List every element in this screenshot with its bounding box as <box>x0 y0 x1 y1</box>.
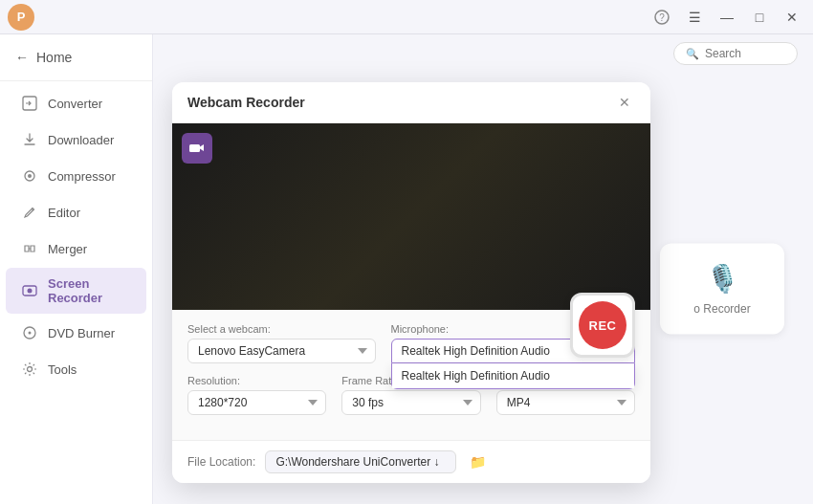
compressor-icon <box>21 167 38 185</box>
editor-icon <box>21 204 38 221</box>
modal-close-button[interactable]: ✕ <box>614 92 635 113</box>
file-location-bar: File Location: G:\Wondershare UniConvert… <box>172 440 650 483</box>
svg-point-9 <box>28 367 33 372</box>
folder-icon[interactable]: 📁 <box>470 454 486 470</box>
maximize-button[interactable]: □ <box>746 4 773 31</box>
sidebar-item-screen-recorder[interactable]: Screen Recorder <box>6 268 146 314</box>
svg-rect-10 <box>189 144 200 152</box>
sidebar-item-downloader[interactable]: Downloader <box>6 122 146 157</box>
converter-icon <box>21 95 38 112</box>
file-location-label: File Location: <box>187 455 255 469</box>
sidebar-item-merger[interactable]: Merger <box>6 231 146 266</box>
microphone-dropdown-list: Realtek High Definition Audio <box>391 363 635 389</box>
user-avatar: P <box>8 4 34 31</box>
support-button[interactable]: ? <box>648 4 675 31</box>
modal-overlay: Webcam Recorder ✕ <box>153 73 813 504</box>
search-input[interactable] <box>705 47 791 60</box>
merger-icon <box>21 240 38 257</box>
search-icon: 🔍 <box>686 48 699 60</box>
svg-point-8 <box>29 332 32 335</box>
resolution-label: Resolution: <box>187 375 326 386</box>
webcam-icon <box>182 133 212 164</box>
sidebar: ← Home Converter Downloader Compressor <box>0 34 153 504</box>
camera-preview <box>172 123 650 310</box>
resolution-select-group: Resolution: 1280*720 1920*1080 640*480 <box>187 375 326 415</box>
framerate-select[interactable]: 30 fps 60 fps 15 fps <box>341 390 480 415</box>
close-button[interactable]: ✕ <box>779 4 805 31</box>
modal-title: Webcam Recorder <box>187 95 305 110</box>
svg-point-4 <box>28 174 32 178</box>
webcam-label: Select a webcam: <box>187 323 376 335</box>
svg-text:?: ? <box>659 12 665 23</box>
top-bar: 🔍 <box>153 34 813 73</box>
menu-button[interactable]: ☰ <box>681 4 708 31</box>
sidebar-divider <box>0 80 152 81</box>
sidebar-item-compressor[interactable]: Compressor <box>6 159 146 193</box>
minimize-button[interactable]: — <box>714 4 740 31</box>
sidebar-home[interactable]: ← Home <box>0 42 152 77</box>
main-layout: ← Home Converter Downloader Compressor <box>0 34 813 504</box>
modal-header: Webcam Recorder ✕ <box>172 82 650 123</box>
sidebar-item-tools[interactable]: Tools <box>6 352 146 386</box>
rec-inner: REC <box>579 301 626 349</box>
webcam-recorder-modal: Webcam Recorder ✕ <box>172 82 650 483</box>
tools-icon <box>21 361 38 378</box>
title-bar: P ? ☰ — □ ✕ <box>0 0 813 34</box>
mic-option-1[interactable]: Realtek High Definition Audio <box>392 363 634 388</box>
sidebar-item-editor[interactable]: Editor <box>6 195 146 230</box>
dvd-burner-icon <box>21 324 38 341</box>
back-icon: ← <box>15 50 29 65</box>
sidebar-item-converter[interactable]: Converter <box>6 86 146 121</box>
downloader-icon <box>21 131 38 148</box>
webcam-select[interactable]: Lenovo EasyCamera <box>187 339 376 363</box>
sidebar-item-dvd-burner[interactable]: DVD Burner <box>6 316 146 350</box>
rec-button[interactable]: REC <box>570 293 635 358</box>
search-box[interactable]: 🔍 <box>673 42 798 65</box>
file-location-path[interactable]: G:\Wondershare UniConverter ↓ <box>265 450 456 473</box>
resolution-select[interactable]: 1280*720 1920*1080 640*480 <box>187 390 326 415</box>
controls-row-1: Select a webcam: Lenovo EasyCamera Micro… <box>187 323 635 363</box>
svg-point-6 <box>28 289 33 294</box>
content-area: 🔍 🎙️ o Recorder Webcam Recorder ✕ <box>153 34 813 504</box>
recorder-area: 🎙️ o Recorder Webcam Recorder ✕ <box>153 73 813 504</box>
format-select[interactable]: MP4 AVI MOV <box>496 390 635 415</box>
webcam-select-group: Select a webcam: Lenovo EasyCamera <box>187 323 376 363</box>
screen-recorder-icon <box>21 282 38 299</box>
